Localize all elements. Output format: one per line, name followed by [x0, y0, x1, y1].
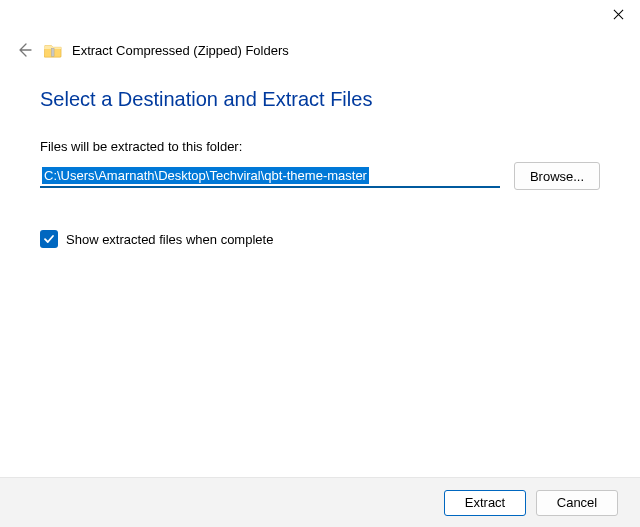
destination-path-value: C:\Users\Amarnath\Desktop\Techviral\qbt-… — [42, 167, 369, 184]
page-heading: Select a Destination and Extract Files — [40, 88, 600, 111]
zipped-folder-icon — [44, 42, 62, 58]
destination-label: Files will be extracted to this folder: — [40, 139, 600, 154]
extract-button[interactable]: Extract — [444, 490, 526, 516]
close-icon — [613, 9, 624, 20]
browse-button[interactable]: Browse... — [514, 162, 600, 190]
show-extracted-checkbox[interactable] — [40, 230, 58, 248]
checkmark-icon — [43, 233, 55, 245]
window-title: Extract Compressed (Zipped) Folders — [72, 43, 289, 58]
svg-rect-0 — [51, 48, 54, 56]
destination-path-input[interactable]: C:\Users\Amarnath\Desktop\Techviral\qbt-… — [40, 164, 500, 188]
show-extracted-label: Show extracted files when complete — [66, 232, 273, 247]
back-arrow-icon — [16, 42, 32, 58]
back-button[interactable] — [14, 40, 34, 60]
close-button[interactable] — [596, 0, 640, 28]
dialog-footer: Extract Cancel — [0, 477, 640, 527]
cancel-button[interactable]: Cancel — [536, 490, 618, 516]
